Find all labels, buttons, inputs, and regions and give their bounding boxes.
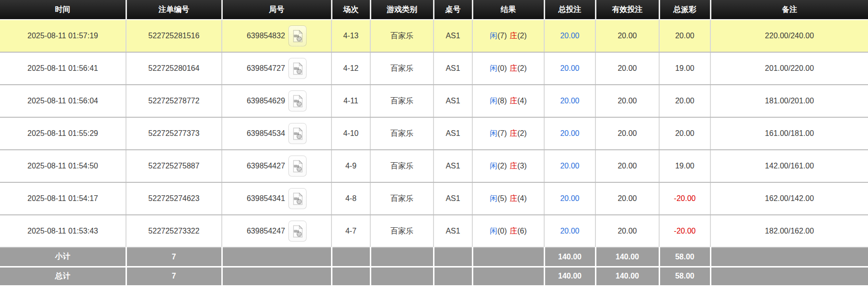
cell-round-id: 639854247 — [222, 215, 331, 247]
round-number: 639854534 — [247, 129, 285, 138]
video-replay-button[interactable] — [288, 58, 307, 79]
bet-record-row: 2025-08-11 01:54:17522725274623639854341… — [0, 182, 868, 215]
cell-valid-bet: 20.00 — [595, 150, 659, 182]
banker-result-points: (4) — [517, 97, 527, 105]
cell-table-no: AS1 — [434, 52, 472, 85]
cell-total-payout: 19.00 — [659, 52, 710, 85]
cell-bet-id: 522725277373 — [126, 117, 222, 150]
round-id-group: 639854247 — [224, 221, 329, 242]
col-header-time: 时间 — [0, 0, 126, 20]
cell-valid-bet: 20.00 — [595, 85, 659, 117]
cell-remark — [710, 267, 868, 286]
video-replay-button[interactable] — [288, 90, 307, 112]
summary-label: 小计 — [0, 247, 126, 267]
subtotal-row: 小计7140.00140.0058.00 — [0, 247, 868, 267]
player-result-label: 闲 — [490, 64, 497, 72]
banker-result-label: 庄 — [510, 32, 517, 40]
summary-valid-bet: 140.00 — [595, 267, 659, 286]
grandtotal-row: 总计7140.00140.0058.00 — [0, 267, 868, 286]
video-replay-icon — [292, 160, 303, 173]
cell-valid-bet: 20.00 — [595, 182, 659, 215]
col-header-bet-id: 注单编号 — [126, 0, 222, 20]
video-replay-icon — [292, 62, 303, 75]
round-number: 639854832 — [247, 32, 285, 40]
bet-record-row: 2025-08-11 01:56:41522725280164639854727… — [0, 52, 868, 85]
cell-session — [331, 267, 370, 286]
total-bet-value[interactable]: 20.00 — [560, 64, 579, 72]
cell-total-bet: 20.00 — [544, 182, 595, 215]
summary-total-bet: 140.00 — [544, 267, 595, 286]
player-result-label: 闲 — [490, 97, 497, 105]
banker-result-label: 庄 — [510, 194, 517, 202]
video-replay-button[interactable] — [288, 188, 307, 209]
bet-records-table: 时间 注单编号 局号 场次 游戏类别 桌号 结果 总投注 有效投注 总派彩 备注… — [0, 0, 868, 287]
cell-time: 2025-08-11 01:55:29 — [0, 117, 126, 150]
cell-round-id: 639854341 — [222, 182, 331, 215]
total-bet-value[interactable]: 20.00 — [560, 129, 579, 137]
cell-game-type: 百家乐 — [370, 215, 434, 247]
cell-game-type: 百家乐 — [370, 85, 434, 117]
video-replay-icon — [292, 225, 303, 238]
cell-bet-id: 522725274623 — [126, 182, 222, 215]
player-result-points: (5) — [497, 194, 507, 202]
video-replay-button[interactable] — [288, 156, 307, 177]
bet-record-row: 2025-08-11 01:56:04522725278772639854629… — [0, 85, 868, 117]
banker-result-points: (4) — [517, 194, 527, 202]
cell-time: 2025-08-11 01:54:17 — [0, 182, 126, 215]
round-number: 639854341 — [247, 194, 285, 203]
player-result-label: 闲 — [490, 162, 497, 170]
cell-round-id: 639854427 — [222, 150, 331, 182]
cell-total-bet: 20.00 — [544, 20, 595, 52]
cell-result: 闲(0)庄(2) — [472, 52, 544, 85]
total-bet-value[interactable]: 20.00 — [560, 162, 579, 170]
cell-game-type — [370, 247, 434, 267]
player-result-points: (8) — [497, 97, 507, 105]
video-replay-button[interactable] — [288, 123, 307, 144]
total-bet-value[interactable]: 20.00 — [560, 32, 579, 40]
player-result-label: 闲 — [490, 227, 497, 235]
cell-table-no: AS1 — [434, 117, 472, 150]
total-bet-value[interactable]: 20.00 — [560, 97, 579, 105]
cell-table-no: AS1 — [434, 85, 472, 117]
summary-total-bet: 140.00 — [544, 247, 595, 267]
cell-time: 2025-08-11 01:57:19 — [0, 20, 126, 52]
col-header-round-id: 局号 — [222, 0, 331, 20]
round-number: 639854629 — [247, 97, 285, 105]
cell-bet-id: 522725280164 — [126, 52, 222, 85]
video-replay-button[interactable] — [288, 221, 307, 242]
total-bet-value[interactable]: 20.00 — [560, 194, 579, 202]
cell-total-payout: -20.00 — [659, 215, 710, 247]
cell-total-payout: 20.00 — [659, 85, 710, 117]
cell-game-type — [370, 267, 434, 286]
cell-valid-bet: 20.00 — [595, 117, 659, 150]
cell-time: 2025-08-11 01:53:43 — [0, 215, 126, 247]
col-header-total-bet: 总投注 — [544, 0, 595, 20]
cell-remark: 201.00/220.00 — [710, 52, 868, 85]
col-header-remark: 备注 — [710, 0, 868, 20]
round-number: 639854727 — [247, 64, 285, 73]
cell-total-bet: 20.00 — [544, 85, 595, 117]
cell-total-bet: 20.00 — [544, 52, 595, 85]
player-result-points: (0) — [497, 227, 507, 235]
cell-round-id: 639854832 — [222, 20, 331, 52]
round-number: 639854247 — [247, 227, 285, 235]
cell-session: 4-7 — [331, 215, 370, 247]
cell-total-bet: 20.00 — [544, 117, 595, 150]
player-result-label: 闲 — [490, 32, 497, 40]
cell-remark: 142.00/161.00 — [710, 150, 868, 182]
video-replay-button[interactable] — [288, 25, 307, 46]
cell-bet-id: 522725278772 — [126, 85, 222, 117]
cell-game-type: 百家乐 — [370, 150, 434, 182]
cell-valid-bet: 20.00 — [595, 20, 659, 52]
summary-total-payout: 58.00 — [659, 247, 710, 267]
cell-result: 闲(8)庄(4) — [472, 85, 544, 117]
round-id-group: 639854832 — [224, 25, 329, 46]
cell-result: 闲(5)庄(4) — [472, 182, 544, 215]
table-header-row: 时间 注单编号 局号 场次 游戏类别 桌号 结果 总投注 有效投注 总派彩 备注 — [0, 0, 868, 20]
cell-session: 4-12 — [331, 52, 370, 85]
video-replay-icon — [292, 192, 303, 205]
total-bet-value[interactable]: 20.00 — [560, 227, 579, 235]
cell-round-id: 639854534 — [222, 117, 331, 150]
bet-record-row: 2025-08-11 01:55:29522725277373639854534… — [0, 117, 868, 150]
player-result-points: (7) — [497, 129, 507, 137]
